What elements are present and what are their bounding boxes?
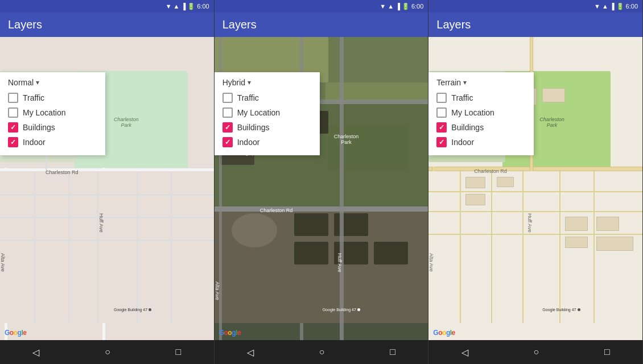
time-3: 6:00 [626,3,638,10]
layer-location-3[interactable]: My Location [436,107,526,118]
layer-indoor-2[interactable]: Indoor [222,137,312,147]
checkbox-traffic-1[interactable] [8,93,18,103]
panel-terrain: ▼ ▲ ▐ 🔋 6:00 Layers [428,0,643,364]
map-area-1: Charleston Rd Huff Ave Alta Ave Googlepl… [0,37,214,340]
layer-label-location-2: My Location [237,108,280,117]
street-v5 [171,171,172,323]
layer-label-indoor-2: Indoor [237,138,260,147]
map-type-row-2[interactable]: Hybrid ▾ [222,78,312,87]
map-type-label-3: Terrain [436,78,461,87]
signal-bars-2: ▐ [395,3,400,10]
nav-bar-1: ◁ ○ □ [0,340,214,364]
signal-icon-3: ▼ [594,3,600,10]
label-charleston-3: Charleston Rd [474,168,507,174]
status-icons-2: ▼ ▲ ▐ 🔋 6:00 [380,3,423,10]
status-bar-3: ▼ ▲ ▐ 🔋 6:00 [428,0,642,13]
sat-road-v2 [340,37,344,340]
label-alta-3: Alta Ave [428,253,434,272]
recent-button-3[interactable]: □ [595,342,619,362]
checkbox-indoor-1[interactable] [8,137,18,147]
t-bldg-7 [596,237,633,251]
label-alta-2: Alta Ave [215,282,220,300]
wifi-icon-2: ▲ [388,3,394,10]
checkbox-buildings-3[interactable] [436,122,447,133]
app-header-2: Layers [215,13,428,37]
time-2: 6:00 [411,3,423,10]
back-button-2[interactable]: ◁ [238,342,263,362]
t-street-v2 [491,171,492,323]
wifi-icon-3: ▲ [602,3,608,10]
building47-marker-2: Google Building 47 [323,308,360,312]
recent-button-2[interactable]: □ [381,342,405,362]
layer-label-traffic-2: Traffic [237,93,259,102]
nav-bar-2: ◁ ○ □ [215,340,428,364]
park-name-2b: Park [334,139,359,145]
layer-traffic-3[interactable]: Traffic [436,93,526,103]
google-logo-3: Google [433,329,455,337]
app-header-3: Layers [428,13,642,37]
building47-dot-1 [149,308,151,311]
battery-icon-3: 🔋 [616,3,624,10]
sat-bldg-b2 [334,213,368,236]
back-button-1[interactable]: ◁ [23,342,48,362]
panel-hybrid: ▼ ▲ ▐ 🔋 6:00 Layers [215,0,429,364]
label-alta-1: Alta Ave [0,253,6,272]
battery-icon-2: 🔋 [402,3,410,10]
label-charleston-2: Charleston Rd [260,208,293,213]
map-type-label-1: Normal [8,78,34,87]
layer-buildings-2[interactable]: Buildings [222,122,312,133]
park-label-2: Charleston Park [334,134,359,145]
sat-roundabout [232,213,277,247]
checkbox-buildings-1[interactable] [8,122,18,133]
signal-bars-1: ▐ [181,3,186,10]
layer-location-1[interactable]: My Location [8,107,97,118]
checkbox-location-2[interactable] [222,107,233,118]
layer-traffic-2[interactable]: Traffic [222,93,312,103]
home-button-3[interactable]: ○ [524,342,548,362]
layer-indoor-1[interactable]: Indoor [8,137,97,147]
checkbox-location-3[interactable] [436,107,447,118]
building47-label-3: Google Building 47 [542,308,576,312]
building47-label-2: Google Building 47 [323,308,356,312]
checkbox-buildings-2[interactable] [222,122,233,133]
layer-location-2[interactable]: My Location [222,107,312,118]
map-type-row-1[interactable]: Normal ▾ [8,78,97,87]
signal-icon-1: ▼ [166,3,172,10]
t-street-v3 [522,171,524,323]
t-bldg-5 [596,217,619,231]
checkbox-indoor-3[interactable] [436,137,447,147]
checkbox-traffic-3[interactable] [436,93,447,103]
layer-label-indoor-3: Indoor [451,138,474,147]
park-name-1: Charleston [114,117,139,122]
street-h3 [0,239,214,241]
label-huff-1: Huff Ave [98,213,104,233]
label-huff-2: Huff Ave [337,253,343,272]
layer-traffic-1[interactable]: Traffic [8,93,97,103]
sat-road-charleston [215,206,428,212]
checkbox-indoor-2[interactable] [222,137,233,147]
street-v4 [137,171,138,323]
app-title-2: Layers [222,18,257,31]
signal-bars-3: ▐ [610,3,615,10]
checkbox-traffic-2[interactable] [222,93,233,103]
building47-marker-3: Google Building 47 [542,308,580,312]
back-button-3[interactable]: ◁ [452,342,477,362]
t-street-v1 [460,171,461,323]
map-type-arrow-1: ▾ [36,78,39,86]
checkbox-location-1[interactable] [8,107,18,118]
park-label-1: Charleston Park [114,117,139,128]
layer-buildings-1[interactable]: Buildings [8,122,97,133]
park-name-3b: Park [539,122,564,128]
layer-buildings-3[interactable]: Buildings [436,122,526,133]
building47-marker-1: Google Building 47 [114,308,151,312]
signal-icon-2: ▼ [380,3,386,10]
map-type-row-3[interactable]: Terrain ▾ [436,78,526,87]
terrain-bldg-2 [542,88,565,102]
bottom-area-1 [0,171,214,323]
home-button-1[interactable]: ○ [96,342,119,362]
street-v2 [68,171,70,323]
layer-label-buildings-1: Buildings [23,123,55,132]
home-button-2[interactable]: ○ [310,342,334,362]
recent-button-1[interactable]: □ [167,342,191,362]
layer-indoor-3[interactable]: Indoor [436,137,526,147]
